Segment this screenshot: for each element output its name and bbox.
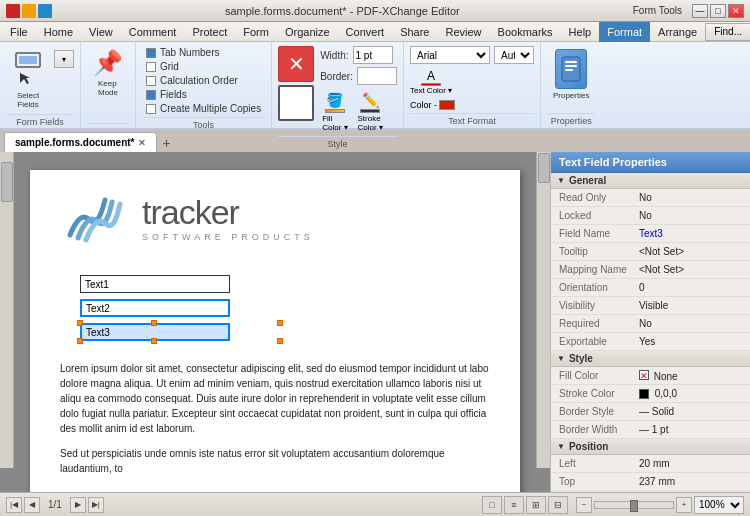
field-select-arrow[interactable]: ▾ <box>54 50 74 68</box>
field-handle-bl[interactable] <box>77 338 83 344</box>
multiple-copies-check[interactable]: Create Multiple Copies <box>142 102 265 115</box>
tab-close-button[interactable]: ✕ <box>138 138 146 148</box>
scroll-thumb[interactable] <box>1 162 13 202</box>
menu-bookmarks[interactable]: Bookmarks <box>490 22 561 42</box>
prop-locked: Locked No <box>551 207 750 225</box>
section-position[interactable]: ▼ Position <box>551 439 750 455</box>
text-color-button[interactable]: A Text Color ▾ <box>410 69 452 95</box>
menu-protect[interactable]: Protect <box>184 22 235 42</box>
calc-order-checkbox[interactable] <box>146 76 156 86</box>
body-text-2: Sed ut perspiciatis unde omnis iste natu… <box>60 446 490 476</box>
stroke-color-button[interactable]: ✏️ StrokeColor ▾ <box>356 90 385 134</box>
field-handle-tm[interactable] <box>151 320 157 326</box>
zoom-thumb[interactable] <box>630 500 638 512</box>
fields-checkbox[interactable] <box>146 90 156 100</box>
ribbon-group-properties: Properties Properties <box>541 42 601 128</box>
menu-view[interactable]: View <box>81 22 121 42</box>
view-cover-button[interactable]: ⊟ <box>548 496 568 514</box>
tools-label: Tools <box>142 117 265 130</box>
zoom-select[interactable]: 100% <box>694 496 744 514</box>
document-area: tracker SOFTWARE PRODUCTS Text1 Text2 Te… <box>0 152 550 492</box>
prop-orientation: Orientation 0 <box>551 279 750 297</box>
tab-numbers-check[interactable]: Tab Numbers <box>142 46 265 59</box>
tab-document[interactable]: sample.forms.document* ✕ <box>4 132 157 152</box>
properties-button[interactable]: Properties <box>547 46 595 103</box>
go-last-button[interactable]: ▶| <box>88 497 104 513</box>
section-general[interactable]: ▼ General <box>551 173 750 189</box>
tracker-logo-area: tracker SOFTWARE PRODUCTS <box>60 190 490 255</box>
border-selector[interactable] <box>357 67 397 85</box>
text-field-2[interactable]: Text2 <box>80 299 230 317</box>
zoom-in-button[interactable]: + <box>676 497 692 513</box>
view-continuous-button[interactable]: ≡ <box>504 496 524 514</box>
width-input[interactable] <box>353 46 393 64</box>
prop-left: Left 20 mm <box>551 455 750 473</box>
menu-review[interactable]: Review <box>437 22 489 42</box>
prop-fill-color: Fill Color ✕ None <box>551 367 750 385</box>
calc-order-check[interactable]: Calculation Order <box>142 74 265 87</box>
square-style-button[interactable] <box>278 85 314 121</box>
menu-home[interactable]: Home <box>36 22 81 42</box>
tab-numbers-checkbox[interactable] <box>146 48 156 58</box>
fields-check[interactable]: Fields <box>142 88 265 101</box>
menu-convert[interactable]: Convert <box>338 22 393 42</box>
menu-organize[interactable]: Organize <box>277 22 338 42</box>
right-scrollbar[interactable] <box>536 152 550 468</box>
zoom-slider[interactable] <box>594 501 674 509</box>
text-field-1[interactable]: Text1 <box>80 275 230 293</box>
field-handle-tl[interactable] <box>77 320 83 326</box>
go-next-button[interactable]: ▶ <box>70 497 86 513</box>
close-button[interactable]: ✕ <box>728 4 744 18</box>
fill-color-button[interactable]: 🪣 FillColor ▾ <box>320 90 349 134</box>
view-facing-button[interactable]: ⊞ <box>526 496 546 514</box>
properties-group-label: Properties <box>547 113 595 126</box>
multiple-copies-checkbox[interactable] <box>146 104 156 114</box>
go-first-button[interactable]: |◀ <box>6 497 22 513</box>
keep-mode-button[interactable]: 📌 KeepMode <box>87 46 129 100</box>
page-indicator: 1/1 <box>42 499 68 510</box>
menu-bar: File Home View Comment Protect Form Orga… <box>0 22 750 42</box>
maximize-button[interactable]: □ <box>710 4 726 18</box>
find-button[interactable]: Find... <box>705 23 750 41</box>
select-fields-button[interactable]: SelectFields <box>6 46 50 112</box>
vertical-scrollbar[interactable] <box>0 152 14 468</box>
form-fields-area: Text1 Text2 Text3 <box>80 275 280 341</box>
grid-check[interactable]: Grid <box>142 60 265 73</box>
x-cancel-button[interactable]: ✕ <box>278 46 314 82</box>
menu-file[interactable]: File <box>2 22 36 42</box>
field-handle-tr[interactable] <box>277 320 283 326</box>
grid-checkbox[interactable] <box>146 62 156 72</box>
ribbon-group-tools: Tab Numbers Grid Calculation Order Field… <box>136 42 272 128</box>
menu-help[interactable]: Help <box>561 22 600 42</box>
ribbon-group-style: ✕ Width: Border: 🪣 FillCo <box>272 42 404 128</box>
prop-field-name: Field Name Text3 <box>551 225 750 243</box>
field-handle-br[interactable] <box>277 338 283 344</box>
tab-add-button[interactable]: + <box>157 134 175 152</box>
menu-arrange[interactable]: Arrange <box>650 22 705 42</box>
field-handle-bm[interactable] <box>151 338 157 344</box>
right-scroll-thumb[interactable] <box>538 153 550 183</box>
prop-visibility: Visibility Visible <box>551 297 750 315</box>
section-style[interactable]: ▼ Style <box>551 351 750 367</box>
view-single-button[interactable]: □ <box>482 496 502 514</box>
menu-share[interactable]: Share <box>392 22 437 42</box>
go-prev-button[interactable]: ◀ <box>24 497 40 513</box>
app-icon3 <box>38 4 52 18</box>
prop-read-only: Read Only No <box>551 189 750 207</box>
font-select[interactable]: Arial <box>410 46 490 64</box>
font-size-select[interactable]: Auto <box>494 46 534 64</box>
menu-format[interactable]: Format <box>599 22 650 42</box>
minimize-button[interactable]: — <box>692 4 708 18</box>
prop-exportable: Exportable Yes <box>551 333 750 351</box>
menu-comment[interactable]: Comment <box>121 22 185 42</box>
tracker-name: tracker <box>142 193 314 232</box>
window-title: sample.forms.document* - PDF-XChange Edi… <box>52 5 633 17</box>
color-indicator: Color - <box>410 100 455 110</box>
menu-form[interactable]: Form <box>235 22 277 42</box>
tracker-subtitle: SOFTWARE PRODUCTS <box>142 232 314 242</box>
document-page: tracker SOFTWARE PRODUCTS Text1 Text2 Te… <box>30 170 520 492</box>
zoom-out-button[interactable]: − <box>576 497 592 513</box>
text-format-label: Text Format <box>410 113 534 126</box>
stroke-color-swatch <box>639 389 649 399</box>
page-container: tracker SOFTWARE PRODUCTS Text1 Text2 Te… <box>14 152 536 492</box>
